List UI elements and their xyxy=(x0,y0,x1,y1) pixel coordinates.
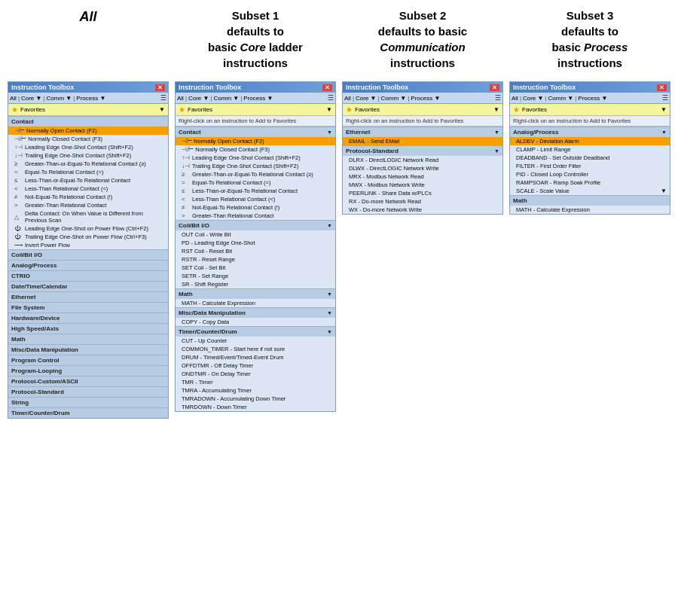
item-math-s1[interactable]: MATH - Calculate Expression xyxy=(176,299,335,307)
item-clamp-s3[interactable]: CLAMP - Limit Range xyxy=(510,145,670,154)
item-mrx-s2[interactable]: MRX - Modbus Network Read xyxy=(343,172,502,181)
tab-s2-process[interactable]: Process ▼ xyxy=(411,95,440,102)
toolbox-subset2-title: Instruction Toolbox xyxy=(346,84,408,91)
toolbox-s3-icon1[interactable]: ☰ xyxy=(662,94,668,102)
item-noc-s1[interactable]: ⊣⊢ Normally Open Contact (F2) xyxy=(176,137,335,145)
toolbox-subset2-close[interactable]: ✕ xyxy=(490,84,499,91)
item-leos-s1[interactable]: ↑⊣ Leading Edge One-Shot Contact (Shift+… xyxy=(176,154,335,162)
item-peerlink-s2[interactable]: PEERLINK - Share Data w/PLCs xyxy=(343,189,502,197)
section-protocustom-all: Protocol-Custom/ASCII xyxy=(8,376,168,386)
item-drum-s1[interactable]: DRUM - Timed/Event/Timed-Event Drum xyxy=(176,353,335,361)
item-set-s1[interactable]: SET Coil - Set Bit xyxy=(176,264,335,272)
item-deadband-s3[interactable]: DEADBAND - Set Outside Deadband xyxy=(510,154,670,162)
item-ncc-s1[interactable]: ⊣/⊢ Normally Closed Contact (F3) xyxy=(176,145,335,154)
item-setr-s1[interactable]: SETR - Set Range xyxy=(176,272,335,280)
item-rst-s1[interactable]: RST Coil - Reset Bit xyxy=(176,247,335,255)
item-pd-s1[interactable]: PD - Leading Edge One-Shot xyxy=(176,239,335,247)
item-neq-all[interactable]: ≠ Not-Equal-To Relational Contact (!) xyxy=(8,193,168,201)
item-noc-all[interactable]: ⊣⊢ Normally Open Contact (F2) xyxy=(8,127,168,135)
item-dlwx-s2[interactable]: DLWX - DirectLOGIC Network Write xyxy=(343,164,502,172)
item-tmradown-s1[interactable]: TMRADOWN - Accumulating Down Timer xyxy=(176,395,335,403)
tab-all-all[interactable]: All xyxy=(10,95,17,102)
item-eq-s1[interactable]: = Equal-To Relational Contact (=) xyxy=(176,178,335,187)
item-out-s1[interactable]: OUT Coil - Write Bit xyxy=(176,230,335,239)
tab-s3-comm[interactable]: Comm ▼ xyxy=(548,95,574,102)
tab-s2-comm[interactable]: Comm ▼ xyxy=(381,95,407,102)
item-teos-pf-all[interactable]: ⏻ Trailing Edge One-Shot on Power Flow (… xyxy=(8,233,168,241)
item-rampsoar-s3[interactable]: RAMPSOAR - Ramp Soak Profile xyxy=(510,178,670,187)
column-all-header: All xyxy=(79,8,96,75)
tab-s1-process[interactable]: Process ▼ xyxy=(243,95,273,102)
item-leos-all[interactable]: ↑⊣ Leading Edge One-Shot Contact (Shift+… xyxy=(8,143,168,151)
section-coil-s1: Coil/Bit I/O ▼ xyxy=(176,220,335,230)
item-sr-s1[interactable]: SR - Shift Register xyxy=(176,280,335,288)
tab-s3-core[interactable]: Core ▼ xyxy=(523,95,543,102)
favorites-arrow[interactable]: ▼ xyxy=(159,106,165,113)
item-ncc-all[interactable]: ⊣/⊢ Normally Closed Contact (F3) xyxy=(8,135,168,143)
toolbox-all-icon1[interactable]: ☰ xyxy=(160,94,166,102)
item-leos-pf-all[interactable]: ⏻ Leading Edge One-Shot on Power Flow (C… xyxy=(8,224,168,233)
item-rstr-s1[interactable]: RSTR - Reset Range xyxy=(176,255,335,264)
item-scale-s3[interactable]: SCALE - Scale Value ▼ xyxy=(510,187,670,195)
favorites-arrow-s1[interactable]: ▼ xyxy=(326,106,332,113)
item-tmra-s1[interactable]: TMRA - Accumulating Timer xyxy=(176,386,335,395)
column-subset3-header: Subset 3defaults tobasic Processinstruct… xyxy=(552,8,628,75)
item-gt-s1[interactable]: > Greater-Than Relational Contact xyxy=(176,212,335,220)
tab-s1-comm[interactable]: Comm ▼ xyxy=(214,95,240,102)
tab-s3-process[interactable]: Process ▼ xyxy=(578,95,607,102)
item-pid-s3[interactable]: PID - Closed Loop Controller xyxy=(510,170,670,178)
toolbox-subset2: Instruction Toolbox ✕ All | Core ▼ | Com… xyxy=(342,81,503,215)
item-email-s2[interactable]: EMAIL - Send EMail xyxy=(343,137,502,145)
item-lte-all[interactable]: ≤ Less-Than-or-Equal-To Relational Conta… xyxy=(8,176,168,184)
toolbox-subset3-close[interactable]: ✕ xyxy=(657,84,667,91)
item-gte-all[interactable]: ≥ Greater-Than-or-Equal-To Relational Co… xyxy=(8,160,168,168)
section-math-s1: Math ▼ xyxy=(176,288,335,299)
item-tmr-s1[interactable]: TMR - Timer xyxy=(176,378,335,386)
item-math-s3[interactable]: MATH - Calculate Expression xyxy=(510,206,670,214)
toolbox-s1-icon1[interactable]: ☰ xyxy=(328,94,334,102)
item-cut-s1[interactable]: CUT - Up Counter xyxy=(176,337,335,345)
tab-all-process[interactable]: Process ▼ xyxy=(76,95,105,102)
item-aldev-s3[interactable]: ALDEV - Deviation Alarm xyxy=(510,137,670,145)
tab-s3-all[interactable]: All xyxy=(512,95,518,102)
section-analog-s3: Analog/Process ▼ xyxy=(510,127,670,137)
tab-s1-core[interactable]: Core ▼ xyxy=(188,95,209,102)
item-neq-s1[interactable]: ≠ Not-Equal-To Relational Contact (!) xyxy=(176,203,335,212)
tab-s2-all[interactable]: All xyxy=(344,95,351,102)
toolbox-s2-icon1[interactable]: ☰ xyxy=(495,94,501,102)
section-progctrl-all: Program Control xyxy=(8,355,168,365)
item-ondtmr-s1[interactable]: ONDTMR - On Delay Timer xyxy=(176,370,335,378)
item-lte-s1[interactable]: ≤ Less-Than-or-Equal-To Relational Conta… xyxy=(176,187,335,195)
item-eq-all[interactable]: = Equal-To Relational Contact (=) xyxy=(8,168,168,176)
item-offdtmr-s1[interactable]: OFFDTMR - Off Delay Timer xyxy=(176,361,335,370)
item-wx-s2[interactable]: WX - Do-more Network Write xyxy=(343,206,502,214)
item-rx-s2[interactable]: RX - Do-more Network Read xyxy=(343,197,502,206)
hint-s2: Right-click on an instruction to Add to … xyxy=(343,116,502,127)
toolbox-subset1-close[interactable]: ✕ xyxy=(322,84,332,91)
item-invert-all[interactable]: ⟶ Invert Power Flow xyxy=(8,241,168,249)
favorites-all: ★ Favorites ▼ xyxy=(8,104,168,116)
tab-all-core[interactable]: Core ▼ xyxy=(21,95,41,102)
favorites-arrow-s2[interactable]: ▼ xyxy=(493,106,499,113)
item-common-timer-s1[interactable]: COMMON_TIMER - Start here if not sure xyxy=(176,345,335,353)
tab-s1-all[interactable]: All xyxy=(177,95,184,102)
item-lt-all[interactable]: < Less-Than Relational Contact (<) xyxy=(8,184,168,193)
item-gte-s1[interactable]: ≥ Greater-Than-or-Equal-To Relational Co… xyxy=(176,170,335,178)
toolbox-subset1-titlebar: Instruction Toolbox ✕ xyxy=(176,82,335,93)
item-mwx-s2[interactable]: MWX - Modbus Network Write xyxy=(343,181,502,189)
item-filter-s3[interactable]: FILTER - First Order Filter xyxy=(510,162,670,170)
item-copy-s1[interactable]: COPY - Copy Data xyxy=(176,318,335,326)
item-teos-all[interactable]: ↓⊣ Trailing Edge One-Shot Contact (Shift… xyxy=(8,151,168,160)
tab-all-comm[interactable]: Comm ▼ xyxy=(47,95,72,102)
column-all: All Instruction Toolbox ✕ All | Core ▼ |… xyxy=(8,8,169,419)
star-icon-s2: ★ xyxy=(346,105,353,114)
toolbox-all-close[interactable]: ✕ xyxy=(155,84,165,91)
item-tmrdown-s1[interactable]: TMRDOWN - Down Timer xyxy=(176,403,335,411)
item-gt-all[interactable]: > Greater-Than Relational Contact xyxy=(8,201,168,209)
item-lt-s1[interactable]: < Less-Than Relational Contact (<) xyxy=(176,195,335,203)
tab-s2-core[interactable]: Core ▼ xyxy=(356,95,376,102)
item-teos-s1[interactable]: ↓⊣ Trailing Edge One-Shot Contact (Shift… xyxy=(176,162,335,170)
item-delta-all[interactable]: △ Delta Contact: On When Value is Differ… xyxy=(8,209,168,224)
item-dlrx-s2[interactable]: DLRX - DirectLOGIC Network Read xyxy=(343,156,502,164)
favorites-arrow-s3[interactable]: ▼ xyxy=(661,106,667,113)
